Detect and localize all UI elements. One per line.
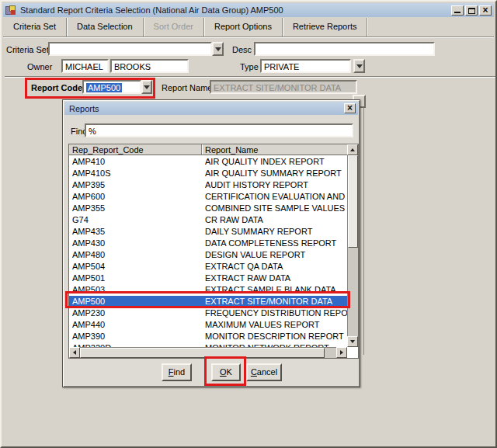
report-code-label: Report Code <box>31 83 82 92</box>
report-code-cell: AMP600 <box>69 191 202 203</box>
tab-report-options[interactable]: Report Options <box>204 18 283 36</box>
hscroll-right-button[interactable] <box>336 347 347 358</box>
report-code-cell: AMP504 <box>69 261 202 273</box>
app-window: Standard Report Criteria Selection (Nati… <box>0 0 497 448</box>
reports-dialog-close-button[interactable]: × <box>344 103 356 113</box>
report-name-cell: CR RAW DATA <box>202 214 347 226</box>
vscroll-track[interactable] <box>347 144 358 347</box>
report-name-cell: AIR QUALITY INDEX REPORT <box>202 156 347 168</box>
report-name-cell: AIR QUALITY SUMMARY REPORT <box>202 168 347 179</box>
report-code-cell: AMP390 <box>69 331 202 342</box>
report-row[interactable]: AMP390MONITOR DESCRIPTION REPORT <box>69 331 347 342</box>
report-row[interactable]: AMP410AIR QUALITY INDEX REPORT <box>69 156 347 168</box>
criteria-set-label: Criteria Set <box>6 45 49 54</box>
report-name-field: EXTRACT SITE/MONITOR DATA <box>210 80 357 94</box>
report-row[interactable]: AMP440MAXIMUM VALUES REPORT <box>69 319 347 331</box>
report-code-cell: AMP501 <box>69 273 202 284</box>
reports-dialog: Reports × Find % Rep_Report_Code Report_… <box>62 99 360 387</box>
triangle-right-icon <box>340 350 343 355</box>
report-code-field[interactable]: AMP500 <box>82 80 141 94</box>
report-row[interactable]: AMP410SAIR QUALITY SUMMARY REPORT <box>69 168 347 179</box>
column-header-name[interactable]: Report_Name <box>202 144 347 155</box>
maximize-button[interactable] <box>465 5 478 16</box>
report-row[interactable]: AMP430DATA COMPLETENESS REPORT <box>69 238 347 249</box>
desc-field[interactable] <box>254 42 435 56</box>
find-input[interactable]: % <box>85 123 353 137</box>
report-code-selected-text: AMP500 <box>86 83 122 92</box>
criteria-set-field[interactable] <box>48 42 212 56</box>
report-list-rows: AMP410AIR QUALITY INDEX REPORTAMP410SAIR… <box>69 156 347 347</box>
titlebar: Standard Report Criteria Selection (Nati… <box>3 3 494 17</box>
criteria-set-dropdown-button[interactable] <box>212 42 224 56</box>
owner-label: Owner <box>27 62 52 71</box>
triangle-left-icon <box>73 350 76 355</box>
reports-list-header: Rep_Report_Code Report_Name <box>69 144 347 155</box>
maximize-icon <box>468 8 475 14</box>
chevron-down-icon <box>356 64 363 68</box>
report-name-cell: DATA COMPLETENESS REPORT <box>202 238 347 249</box>
report-name-cell: EXTRACT QA DATA <box>202 261 347 273</box>
report-name-cell: CERTIFICATION EVALUATION AND CONCU <box>202 191 347 203</box>
report-row[interactable]: AMP395AUDIT HISTORY REPORT <box>69 179 347 191</box>
hscroll-track[interactable] <box>69 347 347 358</box>
owner-last-name-field[interactable]: BROOKS <box>110 59 189 73</box>
vscroll-down-button[interactable] <box>347 336 358 347</box>
reports-list: Rep_Report_Code Report_Name AMP410AIR QU… <box>68 144 359 359</box>
minimize-button[interactable] <box>451 5 464 16</box>
underlying-frame-edge <box>363 108 364 355</box>
report-row[interactable]: AMP480DESIGN VALUE REPORT <box>69 249 347 261</box>
owner-first-name-field[interactable]: MICHAEL <box>61 59 109 73</box>
reports-dialog-titlebar: Reports × <box>64 102 358 115</box>
tab-sort-order: Sort Order <box>144 18 204 36</box>
report-code-cell: AMP230 <box>69 307 202 319</box>
type-field[interactable]: PRIVATE <box>260 59 351 73</box>
report-name-cell: MAXIMUM VALUES REPORT <box>202 319 347 331</box>
report-row[interactable]: AMP501EXTRACT RAW DATA <box>69 273 347 284</box>
report-row[interactable]: AMP230FREQUENCY DISTRIBUTION REPORT <box>69 307 347 319</box>
report-code-cell: AMP440 <box>69 319 202 331</box>
close-icon: × <box>480 5 491 16</box>
chevron-down-icon <box>215 47 221 51</box>
report-row[interactable]: AMP600CERTIFICATION EVALUATION AND CONCU <box>69 191 347 203</box>
column-header-code[interactable]: Rep_Report_Code <box>69 144 202 155</box>
report-code-dropdown-button[interactable] <box>141 80 152 94</box>
section-divider <box>5 76 495 78</box>
tab-data-selection[interactable]: Data Selection <box>67 18 144 36</box>
report-name-cell: DESIGN VALUE REPORT <box>202 249 347 261</box>
report-code-cell: AMP500 <box>69 296 202 307</box>
report-row[interactable]: AMP503EXTRACT SAMPLE BLANK DATA <box>69 284 347 296</box>
report-row[interactable]: G74CR RAW DATA <box>69 214 347 226</box>
close-icon: × <box>345 103 355 113</box>
desc-label: Desc <box>232 45 252 54</box>
report-row[interactable]: AMP500EXTRACT SITE/MONITOR DATA <box>69 296 347 307</box>
app-icon <box>5 5 16 16</box>
find-button[interactable]: Find <box>162 363 192 381</box>
cancel-button[interactable]: Cancel <box>246 363 282 381</box>
report-name-label: Report Name <box>162 83 212 92</box>
close-button[interactable]: × <box>479 5 492 16</box>
report-code-cell: AMP410S <box>69 168 202 179</box>
triangle-up-icon <box>350 148 355 151</box>
vscroll-thumb[interactable] <box>348 155 358 248</box>
triangle-down-icon <box>350 340 355 343</box>
tab-bar: Criteria Set Data Selection Sort Order R… <box>3 18 494 37</box>
report-name-cell: AUDIT HISTORY REPORT <box>202 179 347 191</box>
hscroll-left-button[interactable] <box>69 347 80 358</box>
type-dropdown-button[interactable] <box>353 59 365 73</box>
report-row[interactable]: AMP435DAILY SUMMARY REPORT <box>69 226 347 238</box>
ok-button[interactable]: OK <box>211 363 241 381</box>
tab-retrieve-reports[interactable]: Retrieve Reports <box>283 18 368 36</box>
report-name-cell: EXTRACT RAW DATA <box>202 273 347 284</box>
vscroll-up-button[interactable] <box>347 144 358 155</box>
report-name-cell: MONITOR DESCRIPTION REPORT <box>202 331 347 342</box>
reports-dialog-title: Reports <box>69 104 99 113</box>
report-row[interactable]: AMP504EXTRACT QA DATA <box>69 261 347 273</box>
type-label: Type <box>240 62 259 71</box>
report-name-cell: DAILY SUMMARY REPORT <box>202 226 347 238</box>
tab-criteria-set[interactable]: Criteria Set <box>3 18 67 36</box>
report-code-cell: AMP410 <box>69 156 202 168</box>
report-code-cell: AMP395 <box>69 179 202 191</box>
report-row[interactable]: AMP355COMBINED SITE SAMPLE VALUES <box>69 203 347 214</box>
minimize-icon <box>454 12 461 13</box>
hscroll-thumb[interactable] <box>80 348 325 358</box>
